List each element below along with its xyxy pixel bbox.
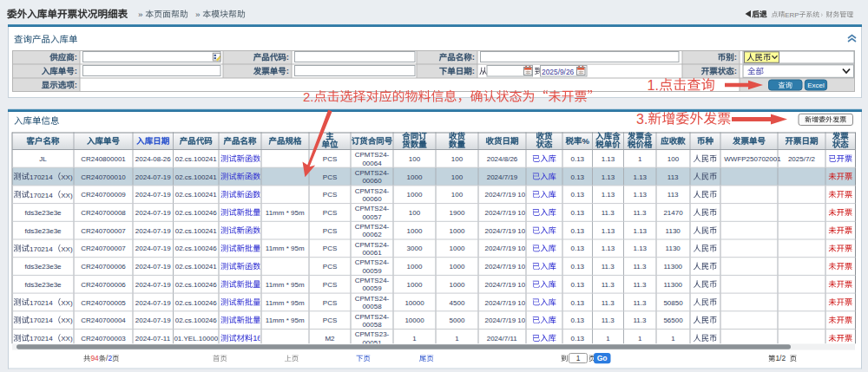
svg-text:1000: 1000 (407, 191, 423, 199)
svg-text:CPMTS24-: CPMTS24- (355, 169, 390, 177)
svg-text:100: 100 (409, 209, 421, 217)
svg-text:2024-07-19: 2024-07-19 (135, 209, 171, 217)
svg-text:1000: 1000 (450, 263, 465, 271)
svg-text:2024/7/19 10: 2024/7/19 10 (485, 317, 526, 324)
svg-text:00058: 00058 (362, 321, 382, 329)
svg-text:2024/7/19 10: 2024/7/19 10 (485, 263, 526, 271)
svg-text:11mm * 95m: 11mm * 95m (266, 281, 305, 289)
svg-text:02.cs.100246: 02.cs.100246 (175, 245, 218, 252)
svg-text:1900: 1900 (450, 209, 465, 217)
svg-text:CPMTS24-: CPMTS24- (355, 241, 390, 249)
svg-text:XX): XX) (61, 335, 73, 343)
svg-text:113: 113 (667, 191, 679, 199)
svg-text:5000: 5000 (450, 317, 465, 324)
svg-text:02.cs.100246: 02.cs.100246 (175, 209, 218, 217)
svg-text:ERP: ERP (785, 11, 799, 19)
svg-text:11.3: 11.3 (602, 281, 615, 289)
svg-text:2.: 2. (303, 89, 314, 104)
svg-text:00060: 00060 (362, 177, 382, 185)
svg-text:fds3e23e3e: fds3e23e3e (24, 281, 62, 289)
svg-text:1: 1 (671, 335, 675, 343)
svg-text::: : (75, 52, 77, 62)
svg-text:11.3: 11.3 (602, 317, 615, 324)
svg-text:CR240700007: CR240700007 (81, 245, 126, 252)
svg-text:XX): XX) (61, 299, 73, 307)
svg-text:00064: 00064 (362, 160, 382, 167)
svg-text:1: 1 (638, 335, 642, 343)
svg-text:02.cs.100241: 02.cs.100241 (175, 191, 218, 199)
svg-text:JL: JL (39, 155, 47, 163)
svg-text:1000: 1000 (450, 245, 465, 252)
svg-text:02.cs.100241: 02.cs.100241 (175, 173, 218, 181)
svg-text:CPMTS24-: CPMTS24- (355, 151, 390, 159)
svg-text:2024/7/19 10: 2024/7/19 10 (485, 227, 526, 235)
svg-text:1.13: 1.13 (602, 155, 615, 163)
svg-text:170214: 170214 (30, 173, 53, 181)
svg-text:fds3e23e3e: fds3e23e3e (24, 263, 62, 271)
svg-text:11.3: 11.3 (634, 281, 648, 289)
svg-text:1.13: 1.13 (634, 245, 648, 252)
svg-text:%: % (582, 136, 590, 146)
svg-text:170214: 170214 (30, 317, 53, 324)
svg-text:94: 94 (90, 354, 99, 362)
svg-text:2024/7/19 10: 2024/7/19 10 (485, 245, 526, 252)
svg-text:10000: 10000 (404, 317, 424, 324)
svg-text:1.: 1. (648, 77, 660, 93)
svg-text:2024-07-19: 2024-07-19 (135, 191, 171, 199)
svg-text:1: 1 (576, 354, 581, 362)
svg-text:11300: 11300 (663, 281, 682, 289)
svg-text:2025/7/2: 2025/7/2 (788, 155, 816, 163)
svg-text:1000: 1000 (407, 263, 423, 271)
svg-text:CR240700010: CR240700010 (81, 173, 126, 181)
svg-text:11.3: 11.3 (602, 263, 615, 271)
svg-text:PCS: PCS (323, 263, 337, 271)
svg-text:WWFP250702001: WWFP250702001 (724, 155, 781, 163)
svg-text:PCS: PCS (323, 227, 337, 235)
svg-text:CR240700003: CR240700003 (81, 335, 126, 343)
svg-text:CPMTS24-: CPMTS24- (355, 277, 390, 284)
svg-text:CPMTS24-: CPMTS24- (355, 187, 390, 195)
svg-text:11mm * 95m: 11mm * 95m (266, 317, 305, 324)
svg-text:2024/7/11: 2024/7/11 (487, 335, 518, 343)
svg-text:Go: Go (597, 354, 608, 362)
svg-text:2025/9/26: 2025/9/26 (542, 68, 575, 76)
svg-text:1000: 1000 (407, 173, 423, 181)
svg-text:01.YEL.10000: 01.YEL.10000 (174, 335, 218, 343)
svg-text:2024-07-19: 2024-07-19 (135, 245, 171, 252)
svg-text:PCS: PCS (323, 245, 337, 252)
svg-text:0.13: 0.13 (571, 281, 585, 289)
svg-text:2024/7/19 10: 2024/7/19 10 (485, 299, 526, 307)
svg-text::: : (286, 52, 289, 62)
svg-text:CR240700006: CR240700006 (81, 281, 126, 289)
svg-text:02.cs.100246: 02.cs.100246 (175, 299, 218, 307)
svg-text:113: 113 (667, 173, 679, 181)
svg-text:2024-07-19: 2024-07-19 (135, 299, 171, 307)
svg-text:11.3: 11.3 (602, 299, 615, 307)
svg-text:10000: 10000 (404, 299, 424, 307)
svg-text:00062: 00062 (362, 231, 382, 238)
svg-text:100: 100 (409, 155, 421, 163)
svg-text:0.13: 0.13 (571, 299, 585, 307)
svg-text::: : (75, 80, 77, 89)
svg-text:»: » (138, 10, 143, 19)
svg-text:3000: 3000 (407, 245, 423, 252)
svg-text:0.13: 0.13 (571, 155, 585, 163)
svg-text:2024/7/19 10: 2024/7/19 10 (485, 191, 526, 199)
svg-text:CPMTS24-: CPMTS24- (355, 205, 390, 212)
svg-text:CPMTS24-: CPMTS24- (355, 313, 390, 321)
svg-text:21470: 21470 (663, 209, 683, 217)
svg-text:1000: 1000 (450, 281, 465, 289)
svg-text:M2: M2 (325, 335, 335, 343)
svg-text:CR240700007: CR240700007 (81, 227, 126, 235)
svg-text:11.3: 11.3 (602, 209, 615, 217)
svg-text:11mm * 95m: 11mm * 95m (266, 209, 305, 217)
svg-text:XX): XX) (61, 192, 73, 199)
svg-text:11.3: 11.3 (634, 299, 648, 307)
svg-text:02.cs.100241: 02.cs.100241 (175, 227, 218, 235)
svg-text:00057: 00057 (362, 213, 382, 221)
svg-text:11mm * 95m: 11mm * 95m (266, 299, 305, 307)
svg-text:100: 100 (451, 173, 464, 181)
svg-text:0.13: 0.13 (571, 263, 585, 271)
svg-text::: : (472, 66, 475, 75)
svg-text:PCS: PCS (323, 191, 337, 199)
